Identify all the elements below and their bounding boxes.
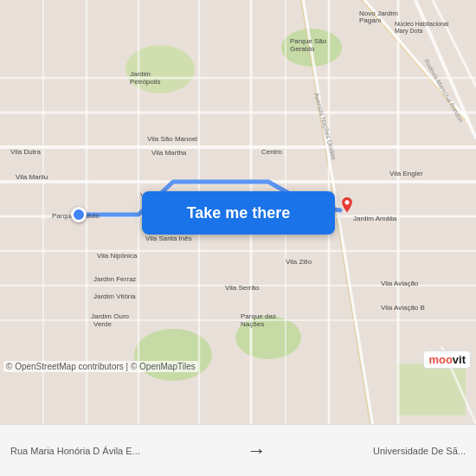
destination-marker bbox=[338, 197, 357, 216]
svg-text:Vila Marilu: Vila Marilu bbox=[16, 173, 48, 181]
svg-text:Nações: Nações bbox=[241, 320, 264, 328]
svg-text:Centro: Centro bbox=[261, 148, 283, 156]
svg-text:Jardim Ferraz: Jardim Ferraz bbox=[93, 275, 136, 283]
map: Novo Jardim Pagani Núcleo Habitacional M… bbox=[0, 0, 476, 424]
svg-point-61 bbox=[344, 200, 349, 204]
svg-text:Jardim: Jardim bbox=[130, 70, 151, 78]
route-arrow: → bbox=[247, 440, 266, 462]
svg-text:Vila Martha: Vila Martha bbox=[151, 149, 187, 157]
origin-marker bbox=[71, 207, 87, 222]
svg-text:Vila Zillo: Vila Zillo bbox=[286, 258, 312, 266]
svg-text:Parque São: Parque São bbox=[290, 37, 327, 45]
svg-point-3 bbox=[134, 329, 212, 381]
take-me-there-button[interactable]: Take me there bbox=[142, 191, 335, 235]
svg-text:Vila Santa Inês: Vila Santa Inês bbox=[145, 235, 192, 242]
moovit-logo: moovit bbox=[423, 351, 471, 369]
svg-text:Pagani: Pagani bbox=[359, 16, 381, 24]
origin-text: Rua Maria Honória D Ávila E... bbox=[10, 446, 140, 456]
svg-text:Petrópolis: Petrópolis bbox=[130, 78, 161, 86]
svg-text:Jardim Ouro: Jardim Ouro bbox=[91, 312, 130, 320]
svg-text:Vila Engler: Vila Engler bbox=[389, 170, 423, 177]
svg-text:Geraldo: Geraldo bbox=[290, 45, 315, 53]
svg-text:Vila Aviação: Vila Aviação bbox=[381, 280, 419, 287]
svg-text:Vila Nipônica: Vila Nipônica bbox=[97, 252, 138, 260]
destination-text: Universidade De Sã... bbox=[373, 446, 466, 456]
svg-rect-5 bbox=[396, 363, 466, 415]
origin-label: Rua Maria Honória D Ávila E... bbox=[10, 446, 140, 456]
svg-text:Núcleo Habitacional: Núcleo Habitacional bbox=[395, 21, 449, 27]
svg-text:Parque das: Parque das bbox=[241, 312, 276, 320]
bottom-bar: Rua Maria Honória D Ávila E... → Univers… bbox=[0, 424, 476, 476]
svg-text:Vila Dutra: Vila Dutra bbox=[10, 148, 42, 156]
svg-text:Vila Serrão: Vila Serrão bbox=[225, 284, 260, 292]
button-label: Take me there bbox=[187, 204, 291, 222]
svg-text:Verde: Verde bbox=[93, 320, 112, 328]
destination-label: Universidade De Sã... bbox=[373, 446, 466, 456]
svg-text:Jardim Amália: Jardim Amália bbox=[353, 215, 397, 222]
map-attribution: © OpenStreetMap contributors | © OpenMap… bbox=[3, 361, 198, 372]
svg-text:Vila São Manoel: Vila São Manoel bbox=[147, 135, 197, 143]
svg-text:Mary Dota: Mary Dota bbox=[395, 28, 422, 35]
svg-text:Vila Aviação B: Vila Aviação B bbox=[381, 304, 425, 312]
svg-point-1 bbox=[125, 45, 195, 93]
svg-text:Jardim Vitória: Jardim Vitória bbox=[93, 293, 136, 300]
